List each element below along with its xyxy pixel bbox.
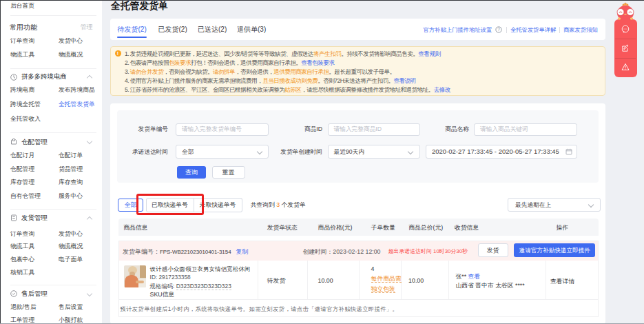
svg-text:?: ?	[497, 27, 500, 32]
